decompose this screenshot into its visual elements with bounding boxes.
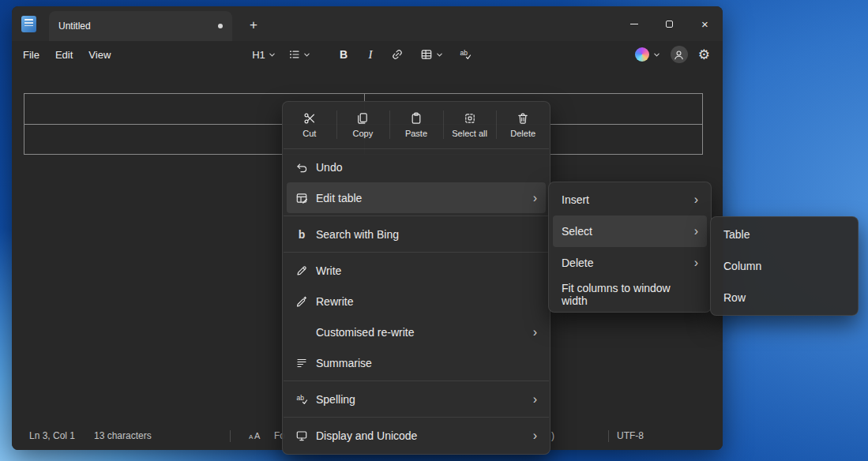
heading-style-button[interactable]: H1 (246, 43, 282, 66)
menu-item-spelling[interactable]: ab Spelling › (287, 384, 546, 414)
unsaved-indicator-icon (218, 24, 223, 28)
submenu-item-row[interactable]: Row (715, 282, 854, 313)
menu-item-label: Edit table (316, 192, 362, 204)
submenu-item-table[interactable]: Table (715, 219, 854, 250)
minimize-icon (630, 24, 638, 24)
menu-item-summarise[interactable]: Summarise (287, 347, 546, 378)
menu-edit[interactable]: Edit (47, 45, 81, 65)
link-icon (391, 48, 404, 61)
close-icon: × (701, 17, 708, 31)
menu-separator (284, 380, 549, 381)
statusbar-divider (230, 430, 231, 442)
menu-item-label: Column (723, 260, 761, 272)
bold-button[interactable]: B (331, 43, 356, 66)
submenu-arrow-icon: › (533, 393, 537, 406)
encoding-label: UTF-8 (617, 430, 644, 441)
submenu-item-insert[interactable]: Insert › (553, 184, 707, 216)
edit-table-icon (295, 192, 308, 204)
paste-button[interactable]: Paste (389, 103, 443, 146)
svg-text:A: A (254, 431, 261, 440)
minimize-button[interactable] (616, 6, 652, 41)
formatting-toolbar: H1 B I (246, 41, 478, 68)
menu-separator (284, 417, 549, 418)
spell-check-button[interactable]: ab (453, 43, 478, 66)
submenu-arrow-icon: › (533, 429, 537, 442)
italic-label: I (369, 48, 373, 62)
new-tab-button[interactable]: + (242, 13, 265, 37)
account-button[interactable] (671, 46, 688, 63)
copilot-icon (635, 47, 649, 62)
menubar-right: ⚙ (635, 41, 710, 68)
tab-title: Untitled (58, 21, 91, 32)
submenu-item-column[interactable]: Column (715, 250, 854, 282)
cut-button[interactable]: Cut (283, 103, 336, 146)
select-all-button[interactable]: Select all (443, 103, 497, 146)
submenu-item-select[interactable]: Select › (553, 216, 707, 247)
menu-item-label: Undo (316, 161, 342, 174)
menu-item-display-and-unicode[interactable]: Display and Unicode › (287, 420, 546, 451)
svg-text:A: A (249, 433, 254, 440)
rewrite-pen-icon (295, 295, 308, 308)
paste-label: Paste (405, 129, 427, 138)
menu-item-label: Select (562, 225, 592, 238)
menubar: File Edit View H1 B I (12, 41, 723, 68)
cut-icon (303, 112, 316, 125)
submenu-arrow-icon: › (533, 192, 537, 204)
menu-view[interactable]: View (81, 45, 118, 65)
settings-button[interactable]: ⚙ (698, 47, 710, 63)
submenu-item-delete[interactable]: Delete › (553, 247, 707, 279)
select-all-label: Select all (452, 129, 487, 138)
svg-text:ab: ab (297, 394, 305, 402)
menu-item-customised-rewrite[interactable]: Customised re-write › (287, 317, 546, 347)
line-ending-partial: ) (551, 430, 554, 441)
copilot-button[interactable] (635, 47, 660, 62)
close-button[interactable]: × (687, 6, 723, 41)
select-all-icon (464, 112, 476, 125)
menu-file[interactable]: File (15, 45, 47, 65)
bold-label: B (340, 48, 348, 61)
cut-label: Cut (302, 129, 316, 138)
menu-item-label: Search with Bing (316, 228, 399, 241)
insert-link-button[interactable] (385, 43, 410, 66)
chevron-down-icon (303, 51, 310, 58)
person-icon (673, 49, 685, 61)
menu-item-label: Fit columns to window width (562, 282, 698, 307)
copy-button[interactable]: Copy (336, 103, 390, 146)
insert-table-button[interactable] (411, 43, 451, 66)
menu-separator (284, 216, 549, 216)
undo-icon (295, 161, 308, 174)
menu-item-edit-table[interactable]: Edit table › (287, 182, 546, 213)
submenu-select: Table Column Row (710, 216, 859, 316)
menu-item-label: Customised re-write (316, 326, 414, 339)
submenu-edit-table: Insert › Select › Delete › Fit columns t… (548, 182, 712, 313)
menu-item-label: Write (316, 264, 341, 277)
context-menu-icon-row: Cut Copy Paste Select all Delete (283, 103, 550, 146)
font-size-icon: AA (249, 430, 263, 444)
menu-item-search-with-bing[interactable]: b Search with Bing (287, 219, 546, 249)
menu-item-rewrite[interactable]: Rewrite (287, 286, 546, 317)
paste-icon (410, 112, 423, 125)
delete-button[interactable]: Delete (496, 103, 550, 146)
chevron-down-icon (436, 51, 443, 58)
italic-button[interactable]: I (358, 43, 383, 66)
tab-untitled[interactable]: Untitled (49, 11, 232, 41)
chevron-down-icon (269, 51, 276, 58)
window-controls: × (616, 6, 723, 41)
menu-item-label: Display and Unicode (316, 429, 417, 442)
menu-item-write[interactable]: Write (287, 255, 546, 286)
spell-check-icon: ab (459, 48, 472, 61)
cursor-position: Ln 3, Col 1 (29, 430, 75, 441)
plus-icon: + (250, 17, 257, 33)
submenu-item-fit-columns[interactable]: Fit columns to window width (553, 279, 707, 310)
menu-item-undo[interactable]: Undo (287, 152, 546, 182)
heading-style-label: H1 (252, 49, 265, 61)
maximize-button[interactable] (652, 6, 687, 41)
context-menu: Cut Copy Paste Select all Delete (282, 101, 550, 455)
gear-icon: ⚙ (698, 47, 710, 62)
menu-item-label: Spelling (316, 393, 355, 406)
icon-placeholder (295, 326, 308, 339)
list-style-button[interactable] (284, 43, 315, 66)
desktop-wallpaper: Untitled + × File Edit View H1 (0, 0, 868, 461)
display-unicode-icon (295, 429, 308, 442)
menu-item-label: Table (723, 228, 750, 241)
